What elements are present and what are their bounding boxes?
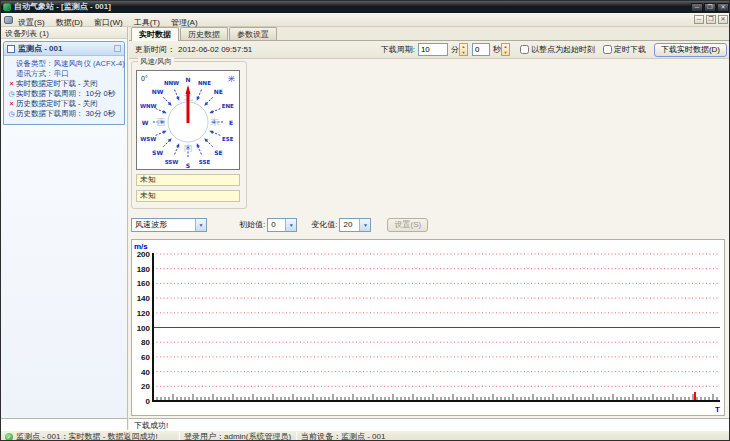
chevron-down-icon: ▼ bbox=[285, 219, 296, 231]
device-status-text: 历史数据定时下载 - 关闭 bbox=[16, 99, 98, 109]
download-realtime-button[interactable]: 下载实时数据(D) bbox=[654, 43, 727, 57]
minutes-stepper[interactable]: ▲▼ bbox=[459, 43, 468, 56]
app-window: 自动气象站 - [监测点 - 001] ─ ❐ ✕ 设置(S)数据(D)窗口(W… bbox=[0, 0, 730, 441]
compass-cn-label: 南 bbox=[184, 143, 193, 153]
device-status-text: 通讯方式：串口 bbox=[16, 69, 69, 79]
waveform-select[interactable]: 风速波形 ▼ bbox=[131, 218, 207, 232]
wind-groupbox: 风速/风向 NNNENEENEEESESESSESSSWSWWSWWWNWNWN… bbox=[131, 61, 247, 209]
compass-cn-label: 西 bbox=[157, 117, 166, 127]
minutes-unit-label: 分 bbox=[451, 44, 459, 55]
menu-item[interactable]: 设置(S) bbox=[18, 18, 45, 27]
close-icon[interactable]: ✕ bbox=[717, 3, 729, 12]
compass-direction-label: SSW bbox=[165, 159, 179, 165]
restore-icon[interactable]: ❐ bbox=[704, 3, 716, 12]
device-panel-title[interactable]: 监测点 - 001 bbox=[4, 42, 124, 56]
device-status-line: 设备类型：风速风向仪 (ACFX-4) bbox=[7, 59, 122, 69]
clock-icon: ◷ bbox=[7, 109, 16, 119]
compass-direction-label: SW bbox=[152, 149, 163, 156]
tab-inactive[interactable]: 历史数据 bbox=[180, 27, 228, 40]
current-device: 当前设备：监测点 - 001 bbox=[301, 431, 385, 441]
menu-item[interactable]: 数据(D) bbox=[56, 18, 83, 27]
compass-direction-label: WSW bbox=[140, 136, 156, 142]
chart-ytick: 120 bbox=[137, 309, 151, 318]
clock-icon: ◷ bbox=[7, 89, 16, 99]
compass-corner-label: 米 bbox=[228, 75, 235, 82]
seconds-stepper[interactable]: ▲▼ bbox=[501, 43, 510, 56]
update-time-label: 更新时间： bbox=[135, 44, 175, 55]
menu-item[interactable]: 窗口(W) bbox=[94, 18, 123, 27]
change-value-select[interactable]: 20 ▼ bbox=[339, 218, 371, 232]
chart-ytick: 80 bbox=[141, 338, 150, 347]
initial-value-select[interactable]: 0 ▼ bbox=[267, 218, 297, 232]
status-message: 监测点 - 001：实时数据 - 数据返回成功! bbox=[16, 431, 158, 441]
menu-item[interactable]: 工具(T) bbox=[134, 18, 160, 27]
compass-direction-label: NW bbox=[152, 88, 164, 95]
wind-groupbox-title: 风速/风向 bbox=[138, 57, 174, 67]
align-hour-label: 以整点为起始时刻 bbox=[531, 44, 595, 55]
x-icon: × bbox=[7, 79, 16, 89]
chart-ytick: 140 bbox=[137, 294, 151, 303]
chart-ytick: 0 bbox=[146, 397, 151, 406]
compass-direction-label: ESE bbox=[222, 136, 234, 142]
chart-ytick: 200 bbox=[137, 250, 151, 259]
tab-inactive[interactable]: 参数设置 bbox=[229, 27, 277, 40]
download-period-label: 下载周期: bbox=[381, 44, 415, 55]
timed-download-label: 定时下载 bbox=[614, 44, 646, 55]
chevron-down-icon: ▼ bbox=[359, 219, 370, 231]
compass-direction-label: ENE bbox=[222, 103, 234, 109]
align-hour-checkbox[interactable] bbox=[520, 45, 529, 54]
login-user: 登录用户：admin(系统管理员) bbox=[184, 431, 291, 441]
seconds-unit-label: 秒 bbox=[493, 44, 501, 55]
compass-direction-label: E bbox=[229, 119, 233, 126]
status-bar: ✓ 监测点 - 001：实时数据 - 数据返回成功! 登录用户：admin(系统… bbox=[1, 430, 730, 441]
chart-ytick: 160 bbox=[137, 279, 151, 288]
device-status-line: ×历史数据定时下载 - 关闭 bbox=[7, 99, 122, 109]
device-title-text: 监测点 - 001 bbox=[18, 43, 62, 54]
minimize-icon[interactable]: ─ bbox=[691, 3, 703, 12]
toolbar: 更新时间： 2012-06-02 09:57:51 下载周期: 分 ▲▼ 秒 ▲… bbox=[129, 41, 730, 59]
chevron-down-icon: ▼ bbox=[195, 219, 206, 231]
compass-degree-label: 0° bbox=[141, 75, 148, 82]
device-sidebar: 设备列表 (1) 监测点 - 001 设备类型：风速风向仪 (ACFX-4)通讯… bbox=[1, 27, 128, 418]
device-status-line: ◷历史数据下载周期： 30分 0秒 bbox=[7, 109, 122, 119]
tab-active[interactable]: 实时数据 bbox=[131, 27, 179, 41]
timed-download-checkbox[interactable] bbox=[603, 45, 612, 54]
compass-direction-label: NE bbox=[214, 88, 223, 95]
wind-speed-chart: m/s020406080100120140160180200T bbox=[131, 239, 725, 416]
sidebar-bottom-strip bbox=[1, 418, 128, 430]
compass-direction-label: NNW bbox=[164, 80, 179, 86]
chart-ytick: 40 bbox=[141, 368, 150, 377]
pin-icon[interactable] bbox=[114, 45, 121, 52]
main-panel: 实时数据历史数据参数设置 更新时间： 2012-06-02 09:57:51 下… bbox=[129, 27, 730, 418]
update-time-value: 2012-06-02 09:57:51 bbox=[178, 45, 252, 54]
compass-direction-label: N bbox=[185, 76, 190, 83]
wind-compass: NNNENEENEEESESESSESSSWSWWSWWWNWNWNNW北南东西… bbox=[136, 70, 240, 170]
seconds-input[interactable] bbox=[472, 43, 490, 56]
waveform-controls: 风速波形 ▼ 初始值: 0 ▼ 变化值: 20 ▼ 设置(S) bbox=[129, 216, 730, 233]
chart-ytick: 60 bbox=[141, 353, 150, 362]
mdi-restore-icon[interactable]: ❐ bbox=[706, 15, 716, 24]
chart-ytick: 20 bbox=[141, 382, 150, 391]
chart-ytick: 180 bbox=[137, 265, 151, 274]
compass-direction-label: SSE bbox=[199, 159, 211, 165]
chart-ytick: 100 bbox=[137, 324, 151, 333]
menu-item[interactable]: 管理(A) bbox=[171, 18, 198, 27]
mdi-minimize-icon[interactable]: ─ bbox=[694, 15, 704, 24]
mdi-child-icon[interactable] bbox=[4, 16, 13, 24]
set-button[interactable]: 设置(S) bbox=[387, 218, 428, 232]
device-status-line: ×实时数据定时下载 - 关闭 bbox=[7, 79, 122, 89]
device-list-header: 设备列表 (1) bbox=[1, 27, 127, 39]
compass-direction-label: S bbox=[186, 162, 190, 169]
device-panel[interactable]: 监测点 - 001 设备类型：风速风向仪 (ACFX-4)通讯方式：串口×实时数… bbox=[3, 41, 125, 125]
compass-direction-label: SE bbox=[214, 149, 222, 156]
app-icon bbox=[3, 3, 11, 11]
device-status-line: 通讯方式：串口 bbox=[7, 69, 122, 79]
device-status-text: 历史数据下载周期： 30分 0秒 bbox=[16, 109, 115, 119]
download-message: 下载成功! bbox=[129, 418, 730, 430]
compass-direction-label: NNE bbox=[198, 80, 211, 86]
success-icon: ✓ bbox=[5, 433, 13, 441]
minutes-input[interactable] bbox=[418, 43, 448, 56]
device-status-line: ◷实时数据下载周期： 10分 0秒 bbox=[7, 89, 122, 99]
chart-xlabel: T bbox=[715, 405, 720, 414]
mdi-close-icon[interactable]: ✕ bbox=[718, 15, 728, 24]
